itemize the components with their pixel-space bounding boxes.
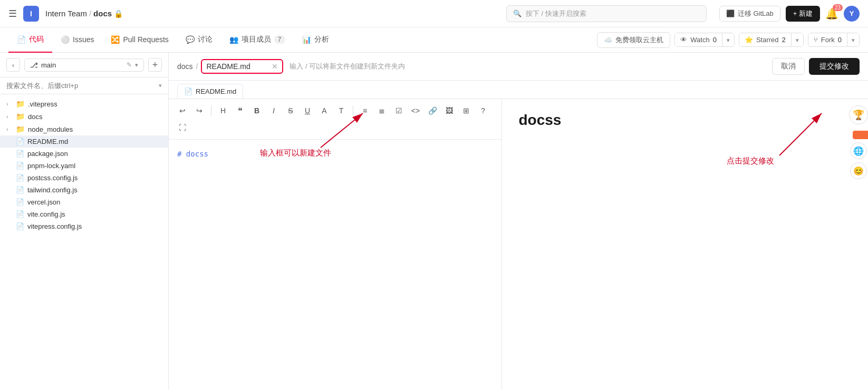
editor-body[interactable]: # docss <box>169 140 501 390</box>
nav-item-issues[interactable]: ⚪ Issues <box>52 27 102 53</box>
trophy-button[interactable]: 🏆 <box>849 105 868 124</box>
nav-item-analytics[interactable]: 📊 分析 <box>294 27 337 53</box>
discuss-icon: 💬 <box>186 35 195 44</box>
filename-input-wrapper: ✕ <box>201 59 283 74</box>
unordered-list-button[interactable]: ≡ <box>358 103 372 118</box>
link-button[interactable]: 🔗 <box>425 103 440 118</box>
fork-group: ⑂ Fork 0 ▾ <box>808 33 860 47</box>
bold-button[interactable]: B <box>249 103 264 118</box>
sub-nav-right: ☁️ 免费领取云主机 👁 Watch 0 ▾ ⭐ Starred 2 ▾ <box>597 32 860 48</box>
globe-button[interactable]: 🌐 <box>850 142 867 159</box>
search-bar[interactable]: 🔍 按下 / 快速开启搜索 <box>506 5 707 22</box>
cloud-button[interactable]: ☁️ 免费领取云主机 <box>597 32 670 48</box>
notification-button[interactable]: 🔔 23 <box>825 7 838 20</box>
main-layout: ‹ ⎇ main ✎ ▾ + ▾ › 📁 .vitepress › 📁 d <box>0 53 868 390</box>
star-dropdown-button[interactable]: ▾ <box>792 33 803 46</box>
editor-region: docs / ✕ 输入 / 可以将新文件创建到新文件夹内 取消 提交修改 📄 <box>169 53 868 390</box>
strikethrough-button[interactable]: S <box>283 103 298 118</box>
image-button[interactable]: 🖼 <box>442 103 457 118</box>
editor-area: docs / ✕ 输入 / 可以将新文件创建到新文件夹内 取消 提交修改 📄 <box>169 53 868 390</box>
file-icon: 📄 <box>16 198 24 206</box>
editor-toolbar: ↩ ↪ H ❝ B I S U A T ≡ ≣ ☑ <box>169 99 501 140</box>
heading-button[interactable]: H <box>216 103 230 118</box>
submit-button[interactable]: 提交修改 <box>809 58 860 75</box>
preview-heading: docss <box>519 112 852 129</box>
clear-filename-button[interactable]: ✕ <box>272 62 278 71</box>
chevron-down-icon: ▾ <box>727 37 730 43</box>
customer-service-button[interactable]: 客服 <box>853 131 868 139</box>
members-badge: 7 <box>274 35 285 44</box>
file-tab-bar: 📄 README.md <box>169 81 868 99</box>
font-color-button[interactable]: A <box>317 103 332 118</box>
branch-dropdown-icon: ▾ <box>135 62 138 69</box>
file-tab-name: README.md <box>196 87 236 95</box>
star-button[interactable]: ⭐ Starred 2 <box>739 33 792 46</box>
watch-group: 👁 Watch 0 ▾ <box>674 33 735 47</box>
branch-selector[interactable]: ⎇ main ✎ ▾ <box>24 58 144 72</box>
sidebar: ‹ ⎇ main ✎ ▾ + ▾ › 📁 .vitepress › 📁 d <box>0 53 169 390</box>
nav-item-pullrequests[interactable]: 🔀 Pull Requests <box>102 27 177 53</box>
sidebar-back-button[interactable]: ‹ <box>6 58 20 72</box>
sidebar-add-button[interactable]: + <box>148 58 162 72</box>
chevron-down-icon-fork: ▾ <box>852 37 855 43</box>
code-button[interactable]: <> <box>408 103 423 118</box>
sidebar-header: ‹ ⎇ main ✎ ▾ + <box>0 53 168 77</box>
cancel-button[interactable]: 取消 <box>772 58 805 75</box>
table-button[interactable]: ⊞ <box>459 103 474 118</box>
tree-item-readme[interactable]: 📄 README.md <box>0 135 168 148</box>
tree-item-vitepress[interactable]: › 📁 .vitepress <box>0 97 168 110</box>
tree-item-vite-config[interactable]: 📄 vite.config.js <box>0 208 168 220</box>
fullscreen-button[interactable]: ⛶ <box>175 120 190 135</box>
italic-button[interactable]: I <box>266 103 281 118</box>
filename-input[interactable] <box>206 62 269 71</box>
ordered-list-button[interactable]: ≣ <box>374 103 389 118</box>
tree-item-vercel[interactable]: 📄 vercel.json <box>0 196 168 208</box>
repo-name: docs <box>93 9 112 18</box>
expand-icon: › <box>6 126 13 132</box>
underline-button[interactable]: U <box>300 103 315 118</box>
fork-dropdown-button[interactable]: ▾ <box>847 33 859 46</box>
tree-item-postcss[interactable]: 📄 postcss.config.js <box>0 172 168 184</box>
code-icon: 📄 <box>17 35 26 44</box>
new-button[interactable]: + 新建 <box>786 6 820 22</box>
nav-item-code[interactable]: 📄 代码 <box>8 27 52 53</box>
breadcrumb-hint: 输入 / 可以将新文件创建到新文件夹内 <box>290 62 405 71</box>
tree-item-docs[interactable]: › 📁 docs <box>0 110 168 123</box>
nav-item-discuss[interactable]: 💬 讨论 <box>177 27 221 53</box>
file-tab[interactable]: 📄 README.md <box>177 84 243 99</box>
tree-item-pnpm-lock[interactable]: 📄 pnpm-lock.yaml <box>0 160 168 172</box>
chevron-down-icon-star: ▾ <box>796 37 799 43</box>
tree-item-package-json[interactable]: 📄 package.json <box>0 148 168 160</box>
nav-item-members[interactable]: 👥 项目成员 7 <box>221 27 294 53</box>
tree-item-node-modules[interactable]: › 📁 node_modules <box>0 123 168 135</box>
migrate-button[interactable]: ⬛ 迁移 GitLab <box>719 6 780 22</box>
repo-logo: I <box>23 6 39 22</box>
editor-content: ↩ ↪ H ❝ B I S U A T ≡ ≣ ☑ <box>169 99 868 390</box>
watch-dropdown-button[interactable]: ▾ <box>722 33 734 46</box>
file-icon: 📄 <box>16 210 24 218</box>
font-size-button[interactable]: T <box>334 103 349 118</box>
help-button[interactable]: ? <box>476 103 490 118</box>
task-list-button[interactable]: ☑ <box>391 103 406 118</box>
tree-item-tailwind[interactable]: 📄 tailwind.config.js <box>0 184 168 196</box>
redo-button[interactable]: ↪ <box>192 103 207 118</box>
avatar[interactable]: Y <box>844 6 860 22</box>
hamburger-icon[interactable]: ☰ <box>8 8 17 19</box>
star-group: ⭐ Starred 2 ▾ <box>739 33 804 47</box>
file-icon: 📄 <box>16 138 24 145</box>
file-tab-icon: 📄 <box>184 87 192 95</box>
fork-button[interactable]: ⑂ Fork 0 <box>808 33 847 46</box>
nav-actions: ⬛ 迁移 GitLab + 新建 🔔 23 Y <box>719 6 860 22</box>
branch-icon: ⎇ <box>30 61 38 69</box>
emoji-button[interactable]: 😊 <box>850 162 867 179</box>
breadcrumb-folder: docs <box>177 62 193 71</box>
watch-button[interactable]: 👁 Watch 0 <box>675 33 722 46</box>
file-icon: 📄 <box>16 174 24 182</box>
toolbar-sep-2 <box>353 105 353 116</box>
undo-button[interactable]: ↩ <box>175 103 190 118</box>
file-search-input[interactable] <box>6 82 156 90</box>
blockquote-button[interactable]: ❝ <box>233 103 247 118</box>
tree-item-vitepress-config[interactable]: 📄 vitepress.config.js <box>0 220 168 232</box>
folder-icon: 📁 <box>16 125 25 133</box>
preview-panel: docss <box>502 99 869 390</box>
